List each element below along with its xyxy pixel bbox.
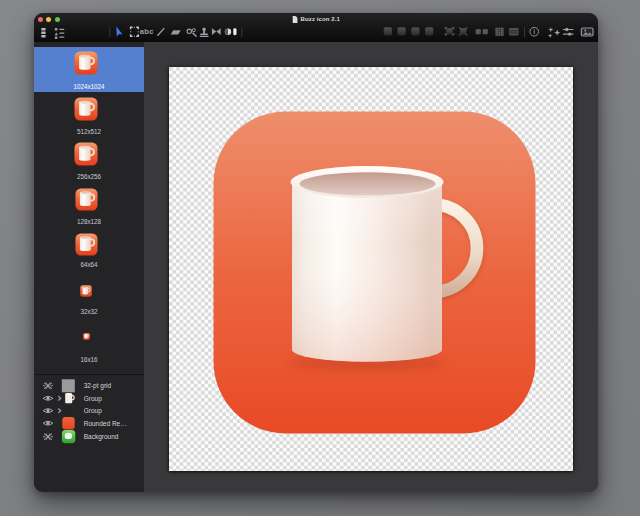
svg-text:abc: abc (140, 27, 154, 36)
